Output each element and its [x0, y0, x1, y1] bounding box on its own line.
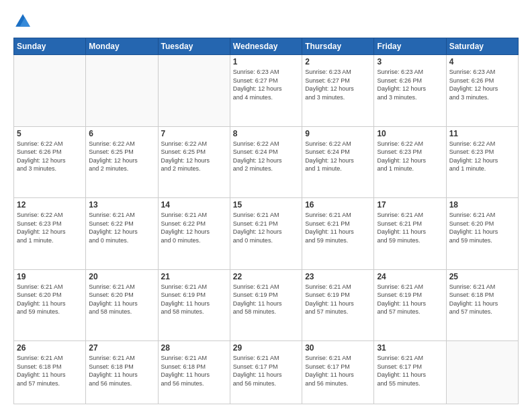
calendar-header-thursday: Thursday: [302, 38, 374, 55]
calendar-cell: 21Sunrise: 6:21 AM Sunset: 6:19 PM Dayli…: [158, 269, 230, 341]
day-number: 14: [161, 200, 227, 210]
day-info: Sunrise: 6:21 AM Sunset: 6:22 PM Dayligh…: [161, 211, 227, 244]
calendar-cell: 29Sunrise: 6:21 AM Sunset: 6:17 PM Dayli…: [230, 341, 302, 404]
calendar-cell: 5Sunrise: 6:22 AM Sunset: 6:26 PM Daylig…: [14, 126, 86, 198]
calendar-week-2: 5Sunrise: 6:22 AM Sunset: 6:26 PM Daylig…: [14, 126, 519, 198]
day-info: Sunrise: 6:22 AM Sunset: 6:23 PM Dayligh…: [17, 211, 83, 244]
day-number: 7: [161, 129, 227, 138]
calendar-cell: 7Sunrise: 6:22 AM Sunset: 6:25 PM Daylig…: [158, 126, 230, 198]
day-number: 17: [377, 200, 443, 210]
calendar-week-3: 12Sunrise: 6:22 AM Sunset: 6:23 PM Dayli…: [14, 198, 519, 270]
calendar-week-4: 19Sunrise: 6:21 AM Sunset: 6:20 PM Dayli…: [14, 269, 519, 341]
day-number: 1: [233, 57, 299, 66]
day-number: 20: [89, 272, 154, 281]
calendar-cell: 13Sunrise: 6:21 AM Sunset: 6:22 PM Dayli…: [86, 198, 158, 270]
day-number: 19: [17, 272, 83, 281]
calendar-cell: 9Sunrise: 6:22 AM Sunset: 6:24 PM Daylig…: [302, 126, 374, 198]
calendar-cell: 6Sunrise: 6:22 AM Sunset: 6:25 PM Daylig…: [86, 126, 158, 198]
day-number: 27: [89, 343, 154, 353]
day-info: Sunrise: 6:21 AM Sunset: 6:20 PM Dayligh…: [89, 283, 154, 316]
calendar-cell: 25Sunrise: 6:21 AM Sunset: 6:18 PM Dayli…: [446, 269, 518, 341]
day-number: 11: [449, 129, 515, 138]
calendar-cell: 19Sunrise: 6:21 AM Sunset: 6:20 PM Dayli…: [14, 269, 86, 341]
day-number: 28: [161, 343, 227, 353]
day-number: 24: [377, 272, 443, 281]
page: SundayMondayTuesdayWednesdayThursdayFrid…: [0, 0, 532, 411]
day-info: Sunrise: 6:22 AM Sunset: 6:25 PM Dayligh…: [161, 140, 227, 173]
calendar-cell: 3Sunrise: 6:23 AM Sunset: 6:26 PM Daylig…: [374, 55, 446, 127]
day-info: Sunrise: 6:21 AM Sunset: 6:18 PM Dayligh…: [449, 283, 515, 316]
day-info: Sunrise: 6:21 AM Sunset: 6:17 PM Dayligh…: [233, 354, 299, 387]
day-number: 6: [89, 129, 154, 138]
day-number: 22: [233, 272, 299, 281]
day-info: Sunrise: 6:22 AM Sunset: 6:26 PM Dayligh…: [17, 140, 83, 173]
day-info: Sunrise: 6:21 AM Sunset: 6:17 PM Dayligh…: [305, 354, 371, 387]
day-number: 15: [233, 200, 299, 210]
day-number: 5: [17, 129, 83, 138]
day-number: 4: [449, 57, 515, 66]
calendar-cell: 18Sunrise: 6:21 AM Sunset: 6:20 PM Dayli…: [446, 198, 518, 270]
day-info: Sunrise: 6:21 AM Sunset: 6:18 PM Dayligh…: [17, 354, 83, 387]
calendar-week-1: 1Sunrise: 6:23 AM Sunset: 6:27 PM Daylig…: [14, 55, 519, 127]
calendar-cell: 12Sunrise: 6:22 AM Sunset: 6:23 PM Dayli…: [14, 198, 86, 270]
day-info: Sunrise: 6:21 AM Sunset: 6:19 PM Dayligh…: [377, 283, 443, 316]
day-info: Sunrise: 6:22 AM Sunset: 6:25 PM Dayligh…: [89, 140, 154, 173]
day-number: 9: [305, 129, 371, 138]
logo: [13, 12, 35, 31]
calendar-week-5: 26Sunrise: 6:21 AM Sunset: 6:18 PM Dayli…: [14, 341, 519, 404]
calendar-header-wednesday: Wednesday: [230, 38, 302, 55]
calendar-cell: 8Sunrise: 6:22 AM Sunset: 6:24 PM Daylig…: [230, 126, 302, 198]
calendar-header-saturday: Saturday: [446, 38, 518, 55]
day-number: 2: [305, 57, 371, 66]
calendar-cell: 1Sunrise: 6:23 AM Sunset: 6:27 PM Daylig…: [230, 55, 302, 127]
day-number: 30: [305, 343, 371, 353]
day-info: Sunrise: 6:21 AM Sunset: 6:20 PM Dayligh…: [17, 283, 83, 316]
calendar-header-tuesday: Tuesday: [158, 38, 230, 55]
calendar-cell: 15Sunrise: 6:21 AM Sunset: 6:21 PM Dayli…: [230, 198, 302, 270]
day-number: 29: [233, 343, 299, 353]
calendar-cell: 11Sunrise: 6:22 AM Sunset: 6:23 PM Dayli…: [446, 126, 518, 198]
day-number: 3: [377, 57, 443, 66]
day-info: Sunrise: 6:21 AM Sunset: 6:20 PM Dayligh…: [449, 211, 515, 244]
calendar-cell: 20Sunrise: 6:21 AM Sunset: 6:20 PM Dayli…: [86, 269, 158, 341]
day-info: Sunrise: 6:21 AM Sunset: 6:21 PM Dayligh…: [305, 211, 371, 244]
day-info: Sunrise: 6:23 AM Sunset: 6:26 PM Dayligh…: [449, 68, 515, 101]
day-info: Sunrise: 6:21 AM Sunset: 6:18 PM Dayligh…: [161, 354, 227, 387]
day-number: 16: [305, 200, 371, 210]
calendar-cell: [86, 55, 158, 127]
day-info: Sunrise: 6:21 AM Sunset: 6:22 PM Dayligh…: [89, 211, 154, 244]
calendar-cell: [14, 55, 86, 127]
calendar-header-row: SundayMondayTuesdayWednesdayThursdayFrid…: [14, 38, 519, 55]
day-info: Sunrise: 6:21 AM Sunset: 6:19 PM Dayligh…: [161, 283, 227, 316]
calendar-cell: 26Sunrise: 6:21 AM Sunset: 6:18 PM Dayli…: [14, 341, 86, 404]
calendar-cell: 10Sunrise: 6:22 AM Sunset: 6:23 PM Dayli…: [374, 126, 446, 198]
calendar-header-monday: Monday: [86, 38, 158, 55]
calendar-header-friday: Friday: [374, 38, 446, 55]
day-info: Sunrise: 6:23 AM Sunset: 6:27 PM Dayligh…: [233, 68, 299, 101]
calendar-cell: 14Sunrise: 6:21 AM Sunset: 6:22 PM Dayli…: [158, 198, 230, 270]
header: [13, 12, 519, 31]
calendar-cell: 27Sunrise: 6:21 AM Sunset: 6:18 PM Dayli…: [86, 341, 158, 404]
day-number: 23: [305, 272, 371, 281]
day-number: 13: [89, 200, 154, 210]
day-number: 8: [233, 129, 299, 138]
calendar-cell: 16Sunrise: 6:21 AM Sunset: 6:21 PM Dayli…: [302, 198, 374, 270]
day-info: Sunrise: 6:21 AM Sunset: 6:19 PM Dayligh…: [233, 283, 299, 316]
day-info: Sunrise: 6:21 AM Sunset: 6:19 PM Dayligh…: [305, 283, 371, 316]
day-info: Sunrise: 6:21 AM Sunset: 6:21 PM Dayligh…: [377, 211, 443, 244]
day-info: Sunrise: 6:22 AM Sunset: 6:24 PM Dayligh…: [233, 140, 299, 173]
day-number: 12: [17, 200, 83, 210]
day-info: Sunrise: 6:21 AM Sunset: 6:18 PM Dayligh…: [89, 354, 154, 387]
calendar-cell: [158, 55, 230, 127]
calendar-cell: 31Sunrise: 6:21 AM Sunset: 6:17 PM Dayli…: [374, 341, 446, 404]
day-number: 10: [377, 129, 443, 138]
day-info: Sunrise: 6:21 AM Sunset: 6:17 PM Dayligh…: [377, 354, 443, 387]
day-number: 18: [449, 200, 515, 210]
day-info: Sunrise: 6:22 AM Sunset: 6:23 PM Dayligh…: [449, 140, 515, 173]
calendar-cell: [446, 341, 518, 404]
day-number: 25: [449, 272, 515, 281]
day-number: 21: [161, 272, 227, 281]
calendar-cell: 22Sunrise: 6:21 AM Sunset: 6:19 PM Dayli…: [230, 269, 302, 341]
day-number: 31: [377, 343, 443, 353]
day-info: Sunrise: 6:23 AM Sunset: 6:27 PM Dayligh…: [305, 68, 371, 101]
